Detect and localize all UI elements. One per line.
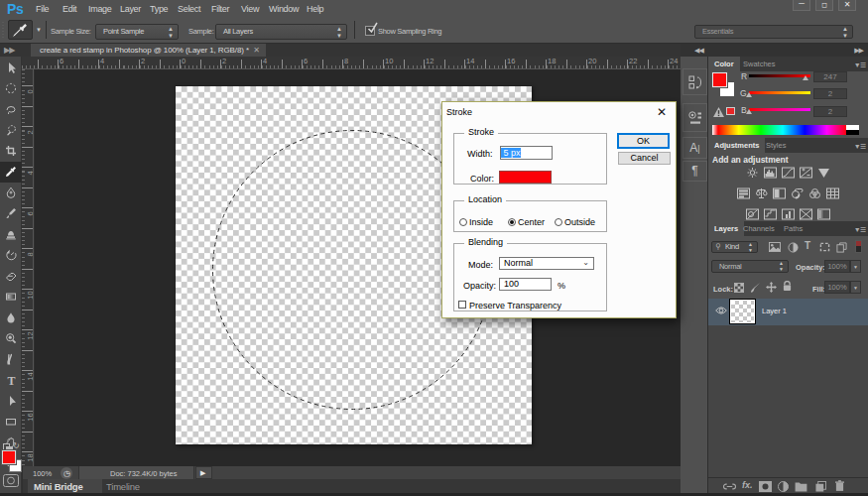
svg-text:T: T <box>8 374 16 386</box>
